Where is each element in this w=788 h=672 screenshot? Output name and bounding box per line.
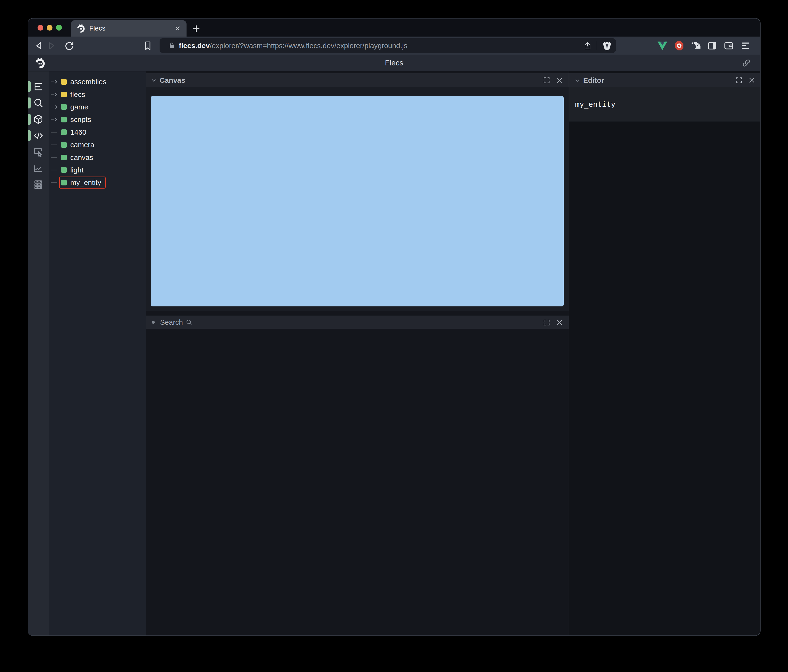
app-content: assemblies	[28, 71, 760, 636]
tree-connector[interactable]	[51, 176, 58, 189]
tree-connector[interactable]	[51, 164, 58, 176]
editor-panel-title: Editor	[583, 76, 604, 84]
tree-item-label: flecs	[70, 90, 85, 98]
commands-registers-icon[interactable]	[33, 179, 44, 190]
active-indicator	[28, 81, 31, 92]
desktop-background: Flecs	[0, 0, 788, 672]
tree-item[interactable]: camera	[49, 138, 146, 151]
tree-item-label: my_entity	[70, 179, 101, 187]
tree-item-box[interactable]: game	[59, 101, 93, 113]
tool-rail	[28, 71, 49, 636]
select-inspect-icon[interactable]	[33, 146, 44, 157]
url-bar[interactable]: flecs.dev/explorer/?wasm=https://www.fle…	[160, 38, 616, 53]
active-indicator	[28, 130, 31, 141]
hierarchy-tree-icon[interactable]	[33, 81, 44, 92]
tree-item[interactable]: light	[49, 164, 146, 176]
page-title: Flecs	[28, 55, 760, 71]
editor-code: my_entity	[575, 100, 615, 108]
tree-item-box[interactable]: canvas	[59, 152, 98, 163]
tree-connector[interactable]	[51, 76, 58, 88]
tree-connector[interactable]	[51, 88, 58, 101]
chevron-down-icon[interactable]	[574, 77, 581, 84]
tree-item-box[interactable]: assemblies	[59, 76, 111, 88]
wallet-icon[interactable]	[723, 40, 734, 51]
tree-item[interactable]: flecs	[49, 88, 146, 101]
chevron-down-icon[interactable]	[151, 77, 157, 84]
browser-tab[interactable]: Flecs	[71, 20, 186, 36]
entity-color-square	[61, 129, 67, 135]
tree-item-label: camera	[70, 141, 94, 149]
entity-color-square	[61, 117, 67, 122]
tree-item[interactable]: scripts	[49, 113, 146, 126]
tree-item-label: 1460	[70, 128, 86, 136]
editor-textarea[interactable]: my_entity	[569, 87, 761, 122]
entities-cube-icon[interactable]	[33, 114, 44, 125]
tree-item-label: scripts	[70, 116, 91, 124]
back-icon[interactable]	[34, 40, 44, 51]
collapsed-dot-icon[interactable]	[152, 321, 155, 324]
tree-connector[interactable]	[51, 101, 58, 113]
tree-item[interactable]: game	[49, 101, 146, 113]
maximize-window-button[interactable]	[56, 25, 62, 30]
tree-item[interactable]: my_entity	[49, 176, 146, 189]
share-link-icon[interactable]	[742, 59, 751, 68]
close-icon[interactable]	[748, 76, 756, 84]
tab-bar: Flecs	[28, 19, 760, 36]
new-tab-button[interactable]	[191, 24, 201, 33]
tree-item-label: light	[70, 166, 84, 174]
search-panel-title: Search	[160, 318, 183, 326]
tab-close-icon[interactable]	[174, 25, 181, 32]
tree-item-box[interactable]: flecs	[59, 89, 90, 101]
render-canvas[interactable]	[151, 96, 564, 306]
canvas-panel-content	[146, 87, 569, 311]
editor-column: Editor my_entity	[569, 71, 761, 636]
tree-connector[interactable]	[51, 126, 58, 138]
red-gem-extension-icon[interactable]	[674, 40, 685, 51]
extension-buttons	[657, 40, 751, 51]
tree-item-box[interactable]: my_entity	[59, 176, 106, 189]
forward-icon[interactable]	[46, 40, 57, 51]
brave-shields-icon[interactable]	[602, 41, 612, 51]
extensions-puzzle-icon[interactable]	[691, 40, 701, 51]
search-tool-icon[interactable]	[33, 97, 44, 108]
search-icon	[185, 319, 192, 326]
tree-item[interactable]: assemblies	[49, 76, 146, 88]
active-indicator	[28, 97, 31, 108]
tree-item-box[interactable]: camera	[59, 139, 99, 151]
sidebar-toggle-icon[interactable]	[707, 40, 718, 51]
flecs-favicon	[76, 24, 86, 33]
code-icon[interactable]	[33, 130, 44, 141]
tree-item-box[interactable]: scripts	[59, 114, 96, 125]
fullscreen-icon[interactable]	[543, 76, 550, 84]
entity-color-square	[61, 180, 67, 185]
stats-chart-icon[interactable]	[33, 163, 44, 174]
close-icon[interactable]	[556, 76, 564, 84]
tree-item-box[interactable]: 1460	[59, 126, 91, 138]
minimize-window-button[interactable]	[47, 25, 52, 30]
fullscreen-icon[interactable]	[543, 319, 550, 326]
canvas-panel-title: Canvas	[160, 76, 185, 84]
main-area: Canvas Search	[146, 71, 569, 636]
editor-panel-header: Editor	[569, 73, 761, 87]
tree-connector[interactable]	[51, 151, 58, 164]
reload-icon[interactable]	[64, 40, 75, 51]
tree-connector[interactable]	[51, 138, 58, 151]
tree-connector[interactable]	[51, 113, 58, 126]
menu-icon[interactable]	[740, 40, 751, 51]
share-icon[interactable]	[583, 41, 592, 50]
bookmark-icon[interactable]	[143, 40, 153, 51]
entity-color-square	[61, 92, 67, 97]
browser-window: Flecs	[28, 18, 761, 636]
entity-color-square	[61, 142, 67, 148]
tree-item[interactable]: 1460	[49, 126, 146, 138]
tree-item-box[interactable]: light	[59, 164, 88, 176]
entity-color-square	[61, 167, 67, 173]
tree-item[interactable]: canvas	[49, 151, 146, 163]
url-text: flecs.dev/explorer/?wasm=https://www.fle…	[179, 41, 407, 50]
entity-color-square	[61, 104, 67, 110]
close-window-button[interactable]	[38, 25, 43, 30]
fullscreen-icon[interactable]	[735, 76, 743, 84]
url-path: /explorer/?wasm=https://www.flecs.dev/ex…	[210, 41, 407, 49]
vue-devtools-icon[interactable]	[657, 40, 668, 51]
close-icon[interactable]	[556, 319, 564, 326]
